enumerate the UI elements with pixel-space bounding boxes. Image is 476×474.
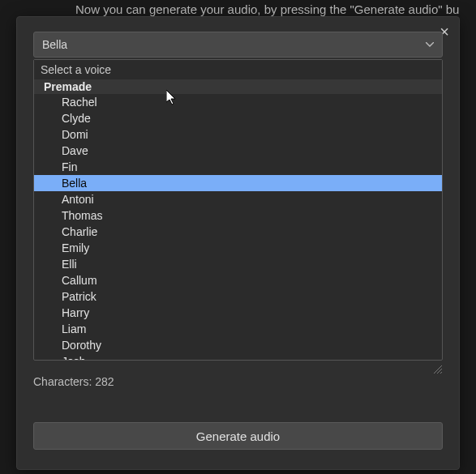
generate-audio-button[interactable]: Generate audio (33, 422, 443, 450)
textarea-resize-handle[interactable] (432, 364, 442, 374)
voice-option[interactable]: Thomas (34, 207, 442, 224)
voice-select-value: Bella (42, 38, 67, 51)
voice-option[interactable]: Elli (34, 256, 442, 272)
generate-audio-label: Generate audio (196, 429, 280, 443)
voice-option[interactable]: Liam (34, 321, 442, 337)
voice-option[interactable]: Charlie (34, 224, 442, 240)
voice-select[interactable]: Bella (33, 32, 443, 58)
voice-option[interactable]: Callum (34, 272, 442, 288)
voice-option[interactable]: Clyde (34, 110, 442, 126)
voice-option[interactable]: Rachel (34, 94, 442, 110)
voice-modal: × Bella Select a voice Premade RachelCly… (16, 16, 460, 470)
voice-option[interactable]: Antoni (34, 191, 442, 207)
dropdown-group-premade: Premade (34, 79, 442, 94)
voice-dropdown: Select a voice Premade RachelClydeDomiDa… (33, 59, 443, 361)
voice-option[interactable]: Harry (34, 305, 442, 321)
background-instruction-text: Now you can generate your audio, by pres… (75, 2, 476, 16)
chevron-down-icon (426, 42, 434, 47)
voice-option[interactable]: Fin (34, 159, 442, 175)
voice-option[interactable]: Dave (34, 143, 442, 159)
voice-option[interactable]: Bella (34, 175, 442, 191)
voice-option[interactable]: Emily (34, 240, 442, 256)
voice-option[interactable]: Josh (34, 353, 442, 360)
voice-option[interactable]: Domi (34, 126, 442, 143)
dropdown-option-list[interactable]: RachelClydeDomiDaveFinBellaAntoniThomasC… (34, 94, 442, 360)
dropdown-placeholder: Select a voice (34, 60, 442, 79)
voice-option[interactable]: Dorothy (34, 337, 442, 353)
character-count: Characters: 282 (33, 375, 114, 388)
voice-option[interactable]: Patrick (34, 288, 442, 305)
